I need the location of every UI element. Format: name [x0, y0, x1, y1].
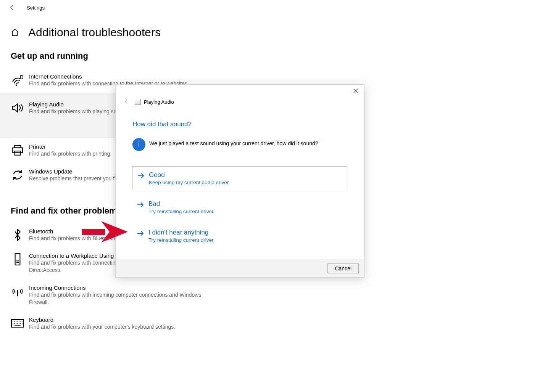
- ts-item-keyboard[interactable]: Keyboard Find and fix problems with your…: [0, 311, 225, 336]
- option-good[interactable]: Good Keep using my current audio driver: [132, 166, 347, 190]
- section-heading-getup: Get up and running: [0, 48, 537, 68]
- dialog-body: How did that sound? i We just played a t…: [116, 109, 364, 259]
- option-subtitle: Try reinstalling current driver: [148, 237, 214, 243]
- home-icon[interactable]: [11, 28, 19, 37]
- ts-desc: Find and fix problems with your computer…: [29, 323, 212, 331]
- option-bad[interactable]: Bad Try reinstalling current driver: [132, 196, 347, 219]
- arrow-right-icon: [137, 173, 144, 179]
- option-title: Bad: [148, 200, 214, 208]
- dialog-back-icon[interactable]: [123, 98, 130, 105]
- option-title: I didn't hear anything: [148, 229, 214, 236]
- dialog-question: How did that sound?: [132, 120, 347, 128]
- printer-icon: [11, 143, 24, 157]
- dialog-header-row: Playing Audio: [116, 97, 364, 109]
- svg-rect-3: [13, 148, 23, 153]
- ts-title: Internet Connections: [29, 73, 225, 80]
- back-icon[interactable]: [8, 4, 16, 11]
- dialog-titlebar: [116, 85, 364, 97]
- svg-point-0: [16, 85, 17, 86]
- option-subtitle: Keep using my current audio driver: [149, 180, 229, 185]
- close-button[interactable]: [347, 85, 364, 97]
- app-title: Settings: [27, 5, 45, 11]
- ts-item-incoming-connections[interactable]: Incoming Connections Find and fix proble…: [0, 279, 225, 311]
- page-title: Additional troubleshooters: [28, 26, 161, 39]
- keyboard-icon: [11, 316, 24, 330]
- ts-title: Keyboard: [29, 316, 225, 323]
- svg-rect-1: [20, 76, 23, 79]
- server-icon: [11, 252, 24, 266]
- wifi-icon: [11, 73, 24, 87]
- close-icon: [353, 88, 358, 93]
- arrow-right-icon: [137, 202, 144, 208]
- option-subtitle: Try reinstalling current driver: [148, 209, 214, 214]
- bluetooth-icon: [11, 228, 24, 242]
- ts-title: Incoming Connections: [29, 284, 225, 291]
- page-heading: Additional troubleshooters: [0, 15, 537, 48]
- antenna-icon: [11, 284, 24, 298]
- speaker-icon: [11, 101, 24, 115]
- dialog-footer: Cancel: [116, 259, 364, 277]
- dialog-message: We just played a test sound using your c…: [149, 138, 318, 146]
- dialog-title: Playing Audio: [144, 99, 174, 105]
- dialog-info-row: i We just played a test sound using your…: [132, 138, 347, 151]
- dialog-app-icon: [135, 99, 141, 105]
- ts-desc: Find and fix problems with incoming comp…: [29, 291, 212, 306]
- refresh-icon: [11, 168, 24, 182]
- svg-point-9: [17, 290, 18, 291]
- option-title: Good: [149, 171, 229, 179]
- cancel-button[interactable]: Cancel: [327, 263, 359, 273]
- info-icon: i: [132, 138, 145, 151]
- arrow-right-icon: [137, 230, 144, 236]
- topbar: Settings: [0, 0, 537, 15]
- svg-rect-5: [15, 254, 20, 265]
- troubleshooter-dialog: Playing Audio How did that sound? i We j…: [115, 84, 364, 278]
- option-didnt-hear[interactable]: I didn't hear anything Try reinstalling …: [132, 224, 347, 247]
